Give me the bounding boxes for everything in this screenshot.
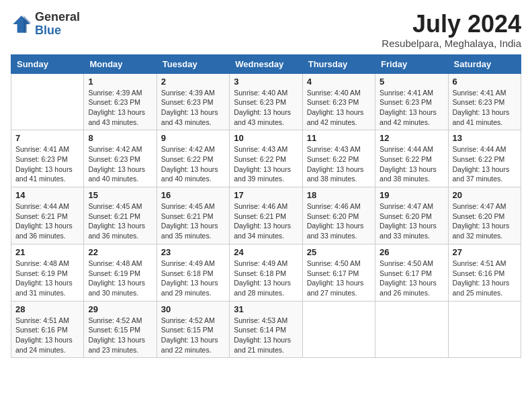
calendar-week-row: 7Sunrise: 4:41 AMSunset: 6:23 PMDaylight… <box>11 130 521 187</box>
weekday-header-thursday: Thursday <box>302 54 375 73</box>
day-number: 14 <box>15 190 79 200</box>
day-number: 16 <box>161 190 225 200</box>
day-number: 30 <box>161 304 225 314</box>
weekday-header-saturday: Saturday <box>448 54 521 73</box>
calendar-cell <box>11 73 84 130</box>
day-number: 31 <box>234 304 298 314</box>
day-info: Sunrise: 4:50 AMSunset: 6:17 PMDaylight:… <box>307 259 371 298</box>
calendar-cell: 6Sunrise: 4:41 AMSunset: 6:23 PMDaylight… <box>448 73 521 130</box>
day-info: Sunrise: 4:45 AMSunset: 6:21 PMDaylight:… <box>161 201 225 241</box>
day-number: 19 <box>380 190 443 200</box>
calendar-cell: 3Sunrise: 4:40 AMSunset: 6:23 PMDaylight… <box>230 73 302 130</box>
day-number: 3 <box>234 77 298 87</box>
day-number: 10 <box>234 133 298 143</box>
calendar-cell: 24Sunrise: 4:49 AMSunset: 6:18 PMDayligh… <box>230 244 302 301</box>
calendar-cell: 28Sunrise: 4:51 AMSunset: 6:16 PMDayligh… <box>11 301 84 358</box>
calendar-cell: 26Sunrise: 4:50 AMSunset: 6:17 PMDayligh… <box>375 244 448 301</box>
day-info: Sunrise: 4:46 AMSunset: 6:20 PMDaylight:… <box>307 201 371 241</box>
calendar-week-row: 1Sunrise: 4:39 AMSunset: 6:23 PMDaylight… <box>11 73 521 130</box>
page-header: General Blue July 2024 Resubelpara, Megh… <box>11 11 521 49</box>
day-info: Sunrise: 4:52 AMSunset: 6:15 PMDaylight:… <box>161 316 225 355</box>
day-number: 9 <box>161 133 225 143</box>
logo-general-text: General <box>35 10 80 24</box>
day-info: Sunrise: 4:48 AMSunset: 6:19 PMDaylight:… <box>88 259 152 298</box>
day-number: 11 <box>307 133 371 143</box>
calendar-cell: 1Sunrise: 4:39 AMSunset: 6:23 PMDaylight… <box>84 73 157 130</box>
day-info: Sunrise: 4:45 AMSunset: 6:21 PMDaylight:… <box>88 201 152 241</box>
day-info: Sunrise: 4:50 AMSunset: 6:17 PMDaylight:… <box>380 259 443 298</box>
day-info: Sunrise: 4:41 AMSunset: 6:23 PMDaylight:… <box>453 88 517 128</box>
day-info: Sunrise: 4:41 AMSunset: 6:23 PMDaylight:… <box>380 88 443 128</box>
calendar-cell: 22Sunrise: 4:48 AMSunset: 6:19 PMDayligh… <box>84 244 157 301</box>
day-number: 12 <box>380 133 443 143</box>
day-info: Sunrise: 4:53 AMSunset: 6:14 PMDaylight:… <box>234 316 298 355</box>
day-number: 1 <box>88 77 152 87</box>
day-info: Sunrise: 4:46 AMSunset: 6:21 PMDaylight:… <box>234 201 298 241</box>
day-number: 5 <box>380 77 443 87</box>
calendar-cell: 16Sunrise: 4:45 AMSunset: 6:21 PMDayligh… <box>157 187 229 244</box>
calendar-cell: 29Sunrise: 4:52 AMSunset: 6:15 PMDayligh… <box>84 301 157 358</box>
day-info: Sunrise: 4:47 AMSunset: 6:20 PMDaylight:… <box>380 201 443 241</box>
day-info: Sunrise: 4:49 AMSunset: 6:18 PMDaylight:… <box>161 259 225 298</box>
calendar-cell: 4Sunrise: 4:40 AMSunset: 6:23 PMDaylight… <box>302 73 375 130</box>
day-number: 17 <box>234 190 298 200</box>
weekday-header-wednesday: Wednesday <box>230 54 302 73</box>
day-info: Sunrise: 4:39 AMSunset: 6:23 PMDaylight:… <box>88 88 152 128</box>
calendar-cell: 12Sunrise: 4:44 AMSunset: 6:22 PMDayligh… <box>375 130 448 187</box>
day-number: 7 <box>15 133 79 143</box>
day-number: 21 <box>15 247 79 257</box>
day-number: 6 <box>453 77 517 87</box>
day-number: 23 <box>161 247 225 257</box>
day-number: 15 <box>88 190 152 200</box>
calendar-cell: 9Sunrise: 4:42 AMSunset: 6:22 PMDaylight… <box>157 130 229 187</box>
calendar-cell: 2Sunrise: 4:39 AMSunset: 6:23 PMDaylight… <box>157 73 229 130</box>
location-subtitle: Resubelpara, Meghalaya, India <box>382 38 521 49</box>
day-number: 27 <box>453 247 517 257</box>
calendar-cell: 13Sunrise: 4:44 AMSunset: 6:22 PMDayligh… <box>448 130 521 187</box>
calendar-cell: 15Sunrise: 4:45 AMSunset: 6:21 PMDayligh… <box>84 187 157 244</box>
day-info: Sunrise: 4:52 AMSunset: 6:15 PMDaylight:… <box>88 316 152 355</box>
calendar-cell: 31Sunrise: 4:53 AMSunset: 6:14 PMDayligh… <box>230 301 302 358</box>
day-info: Sunrise: 4:51 AMSunset: 6:16 PMDaylight:… <box>453 259 517 298</box>
calendar-week-row: 14Sunrise: 4:44 AMSunset: 6:21 PMDayligh… <box>11 187 521 244</box>
day-number: 26 <box>380 247 443 257</box>
day-info: Sunrise: 4:40 AMSunset: 6:23 PMDaylight:… <box>307 88 371 128</box>
calendar-cell: 23Sunrise: 4:49 AMSunset: 6:18 PMDayligh… <box>157 244 229 301</box>
day-info: Sunrise: 4:51 AMSunset: 6:16 PMDaylight:… <box>15 316 79 355</box>
day-number: 29 <box>88 304 152 314</box>
weekday-header-tuesday: Tuesday <box>157 54 229 73</box>
logo-blue-text: Blue <box>35 24 61 37</box>
day-info: Sunrise: 4:44 AMSunset: 6:22 PMDaylight:… <box>453 144 517 184</box>
day-info: Sunrise: 4:43 AMSunset: 6:22 PMDaylight:… <box>307 144 371 184</box>
weekday-header-monday: Monday <box>84 54 157 73</box>
day-info: Sunrise: 4:43 AMSunset: 6:22 PMDaylight:… <box>234 144 298 184</box>
calendar-week-row: 21Sunrise: 4:48 AMSunset: 6:19 PMDayligh… <box>11 244 521 301</box>
day-info: Sunrise: 4:42 AMSunset: 6:22 PMDaylight:… <box>161 144 225 184</box>
day-info: Sunrise: 4:40 AMSunset: 6:23 PMDaylight:… <box>234 88 298 128</box>
day-number: 24 <box>234 247 298 257</box>
calendar-cell: 19Sunrise: 4:47 AMSunset: 6:20 PMDayligh… <box>375 187 448 244</box>
day-info: Sunrise: 4:42 AMSunset: 6:23 PMDaylight:… <box>88 144 152 184</box>
calendar-cell: 21Sunrise: 4:48 AMSunset: 6:19 PMDayligh… <box>11 244 84 301</box>
day-info: Sunrise: 4:48 AMSunset: 6:19 PMDaylight:… <box>15 259 79 298</box>
day-number: 13 <box>453 133 517 143</box>
day-number: 4 <box>307 77 371 87</box>
calendar-cell: 17Sunrise: 4:46 AMSunset: 6:21 PMDayligh… <box>230 187 302 244</box>
calendar-cell: 7Sunrise: 4:41 AMSunset: 6:23 PMDaylight… <box>11 130 84 187</box>
day-number: 28 <box>15 304 79 314</box>
calendar-cell: 18Sunrise: 4:46 AMSunset: 6:20 PMDayligh… <box>302 187 375 244</box>
day-info: Sunrise: 4:44 AMSunset: 6:21 PMDaylight:… <box>15 201 79 241</box>
day-info: Sunrise: 4:49 AMSunset: 6:18 PMDaylight:… <box>234 259 298 298</box>
calendar-cell <box>302 301 375 358</box>
calendar-cell: 27Sunrise: 4:51 AMSunset: 6:16 PMDayligh… <box>448 244 521 301</box>
weekday-header-row: SundayMondayTuesdayWednesdayThursdayFrid… <box>11 54 521 73</box>
weekday-header-sunday: Sunday <box>11 54 84 73</box>
day-number: 8 <box>88 133 152 143</box>
day-number: 22 <box>88 247 152 257</box>
calendar-cell: 20Sunrise: 4:47 AMSunset: 6:20 PMDayligh… <box>448 187 521 244</box>
calendar-cell <box>448 301 521 358</box>
calendar-cell: 14Sunrise: 4:44 AMSunset: 6:21 PMDayligh… <box>11 187 84 244</box>
weekday-header-friday: Friday <box>375 54 448 73</box>
day-info: Sunrise: 4:41 AMSunset: 6:23 PMDaylight:… <box>15 144 79 184</box>
calendar-cell: 11Sunrise: 4:43 AMSunset: 6:22 PMDayligh… <box>302 130 375 187</box>
